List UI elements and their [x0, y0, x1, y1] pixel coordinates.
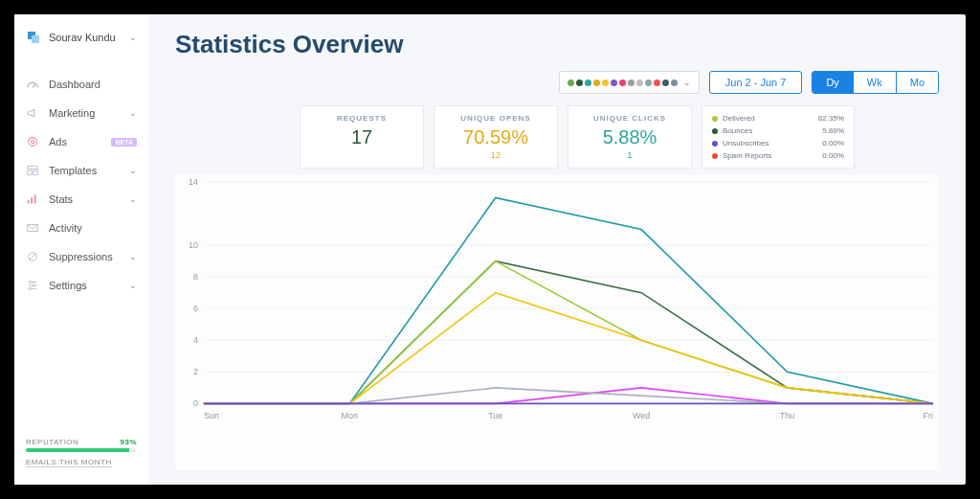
block-icon: [26, 250, 39, 263]
legend-dot: [662, 79, 669, 86]
nav-label: Suppressions: [49, 251, 120, 262]
nav-label: Activity: [49, 222, 137, 234]
nav-marketing[interactable]: Marketing ⌄: [14, 99, 148, 127]
nav-templates[interactable]: Templates ⌄: [14, 156, 148, 185]
legend-dot: [576, 79, 583, 86]
range-week[interactable]: Wk: [854, 72, 897, 93]
stat-requests[interactable]: REQUESTS 17: [300, 105, 424, 169]
svg-text:Sun: Sun: [204, 411, 219, 420]
reputation-bar: [26, 448, 137, 452]
nav-label: Templates: [49, 165, 120, 176]
svg-rect-6: [28, 170, 32, 174]
nav-label: Settings: [49, 280, 120, 291]
chevron-down-icon: ⌄: [129, 108, 137, 118]
stats-row: REQUESTS 17 UNIQUE OPENS 70.59% 12 UNIQU…: [175, 105, 939, 169]
svg-rect-5: [28, 167, 38, 170]
stat-unique-clicks[interactable]: UNIQUE CLICKS 5.88% 1: [568, 105, 692, 169]
nav-settings[interactable]: Settings ⌄: [14, 271, 148, 300]
legend-label: Delivered: [723, 112, 755, 125]
chart: 024681014SunMonTueWedThuFri: [175, 174, 939, 469]
svg-point-17: [30, 281, 33, 284]
svg-line-2: [33, 84, 35, 88]
legend-label: Bounces: [723, 125, 752, 137]
legend-dot: [671, 79, 678, 86]
svg-text:4: 4: [193, 335, 198, 345]
svg-text:8: 8: [193, 272, 198, 282]
dot-icon: [712, 141, 718, 147]
legend-dot: [628, 79, 635, 86]
date-range-button[interactable]: Jun 2 - Jun 7: [709, 71, 803, 94]
emails-this-month-link[interactable]: EMAILS THIS MONTH: [26, 458, 112, 467]
dot-icon: [712, 128, 718, 134]
reputation-value: 93%: [120, 438, 137, 446]
envelope-icon: [26, 221, 39, 235]
stat-sub: 12: [440, 150, 551, 160]
page-title: Statistics Overview: [175, 30, 939, 59]
stats-icon: [26, 193, 39, 206]
beta-badge: BETA: [111, 138, 137, 147]
summary-legend: Delivered82.35%Bounces5.88%Unsubscribes0…: [702, 105, 855, 169]
sidebar-footer: REPUTATION 93% EMAILS THIS MONTH: [14, 430, 148, 475]
dashboard-icon: [26, 78, 39, 91]
svg-rect-1: [32, 35, 39, 43]
nav-label: Marketing: [49, 107, 120, 119]
svg-point-4: [31, 140, 34, 144]
svg-text:Fri: Fri: [924, 411, 933, 420]
templates-icon: [26, 164, 39, 177]
svg-text:2: 2: [193, 367, 198, 376]
target-icon: [26, 135, 39, 148]
nav-dashboard[interactable]: Dashboard: [14, 70, 148, 99]
svg-point-19: [29, 287, 32, 290]
sidebar: Sourav Kundu ⌄ Dashboard Marketing ⌄ Ads…: [14, 14, 148, 485]
stat-unique-opens[interactable]: UNIQUE OPENS 70.59% 12: [434, 105, 558, 169]
chevron-down-icon: ⌄: [129, 252, 137, 261]
legend-value: 0.00%: [822, 137, 844, 149]
legend-dot: [654, 79, 660, 86]
svg-rect-9: [31, 197, 33, 203]
stat-label: REQUESTS: [306, 114, 417, 123]
nav-label: Ads: [49, 136, 101, 147]
granularity-toggle: Dy Wk Mo: [812, 71, 939, 94]
logo-icon: [26, 30, 41, 45]
megaphone-icon: [26, 106, 39, 120]
dot-icon: [712, 116, 718, 122]
legend-dot: [619, 79, 626, 86]
stat-label: UNIQUE OPENS: [440, 114, 551, 123]
legend-label: Unsubscribes: [723, 137, 768, 149]
legend-dot: [611, 79, 617, 86]
legend-row: Bounces5.88%: [712, 125, 844, 137]
legend-dot: [602, 79, 609, 86]
dot-icon: [712, 153, 718, 159]
range-day[interactable]: Dy: [813, 72, 853, 93]
nav-activity[interactable]: Activity: [14, 214, 148, 242]
legend-row: Spam Reports0.00%: [712, 149, 844, 162]
svg-line-13: [30, 254, 36, 261]
nav-stats[interactable]: Stats ⌄: [14, 185, 148, 214]
stat-value: 70.59%: [440, 126, 551, 148]
legend-dot: [568, 79, 574, 86]
legend-dot: [645, 79, 652, 86]
svg-text:Mon: Mon: [342, 411, 358, 420]
svg-text:14: 14: [189, 177, 198, 187]
stat-sub: 1: [574, 150, 685, 160]
control-bar: ⌄ Jun 2 - Jun 7 Dy Wk Mo: [175, 71, 939, 94]
svg-text:Tue: Tue: [488, 411, 502, 420]
stat-value: 5.88%: [574, 126, 685, 148]
legend-row: Unsubscribes0.00%: [712, 137, 844, 149]
nav-ads[interactable]: Ads BETA: [14, 127, 148, 156]
chevron-down-icon: ⌄: [129, 166, 137, 175]
series-legend-dropdown[interactable]: ⌄: [559, 71, 700, 94]
stat-value: 17: [306, 126, 417, 148]
nav-label: Stats: [49, 193, 120, 205]
user-name: Sourav Kundu: [49, 32, 116, 43]
nav-suppressions[interactable]: Suppressions ⌄: [14, 242, 148, 271]
chevron-down-icon: ⌄: [683, 78, 691, 87]
account-switcher[interactable]: Sourav Kundu ⌄: [14, 24, 148, 51]
reputation-label: REPUTATION: [26, 438, 78, 446]
stat-label: UNIQUE CLICKS: [574, 114, 685, 123]
range-month[interactable]: Mo: [897, 72, 938, 93]
legend-row: Delivered82.35%: [712, 112, 844, 125]
legend-dot: [593, 79, 600, 86]
svg-point-18: [33, 284, 35, 287]
svg-point-3: [29, 138, 37, 147]
